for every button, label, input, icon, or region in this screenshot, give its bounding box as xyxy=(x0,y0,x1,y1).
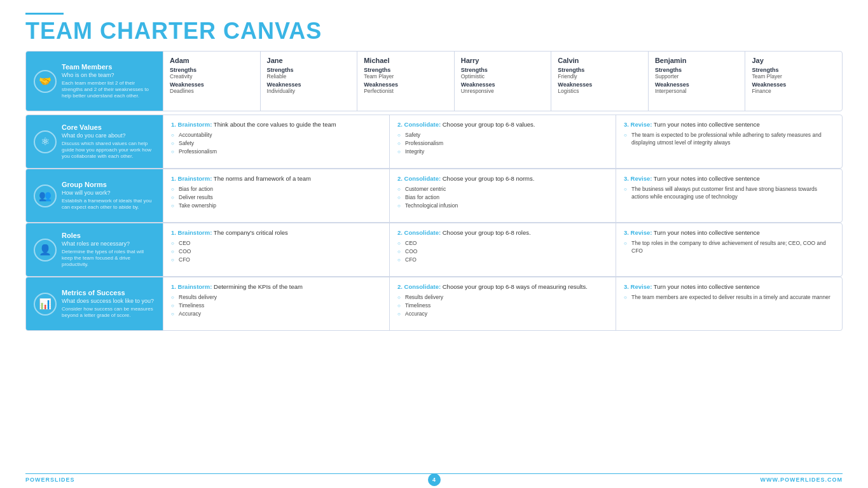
weaknesses-value: Deadlines xyxy=(170,88,254,94)
member-name: Jane xyxy=(267,57,351,64)
cell-bullets: CEOCOOCFO xyxy=(397,240,608,264)
member-cell-adam: Adam Strengths Creativity Weaknesses Dea… xyxy=(163,52,260,111)
section-cells-3: 1. Brainstorm: Determining the KPIs of t… xyxy=(163,277,842,330)
section-title-3: Metrics of Success xyxy=(62,288,155,297)
member-name: Jay xyxy=(752,57,836,64)
cell-title: 3. Revise: Turn your notes into collecti… xyxy=(624,174,834,183)
member-name: Calvin xyxy=(558,57,642,64)
strengths-label: Strengths xyxy=(461,67,545,73)
team-members-label: 🤝 Team Members Who is on the team? Each … xyxy=(26,52,163,111)
weaknesses-label: Weaknesses xyxy=(267,81,351,88)
weaknesses-value: Logistics xyxy=(558,88,642,94)
member-cell-jay: Jay Strengths Team Player Weaknesses Fin… xyxy=(745,52,842,111)
cell-title: 1. Brainstorm: Think about the core valu… xyxy=(171,120,382,129)
list-item: Timeliness xyxy=(171,302,382,310)
list-item: Professionalism xyxy=(397,140,608,148)
weaknesses-value: Interpersonal xyxy=(655,88,739,94)
weaknesses-label: Weaknesses xyxy=(170,81,254,88)
member-cell-benjamin: Benjamin Strengths Supporter Weaknesses … xyxy=(648,52,745,111)
member-name: Benjamin xyxy=(655,57,739,64)
list-item: COO xyxy=(397,248,608,256)
cell-title: 2. Consolidate: Choose your group top 6-… xyxy=(397,228,608,237)
list-item: Accuracy xyxy=(397,310,608,318)
title-accent xyxy=(25,13,64,15)
section-cell-0-1: 2. Consolidate: Choose your group top 6-… xyxy=(389,115,616,168)
strengths-value: Team Player xyxy=(364,73,448,80)
strengths-value: Team Player xyxy=(752,73,836,80)
member-cell-michael: Michael Strengths Team Player Weaknesses… xyxy=(357,52,454,111)
team-members-icon: 🤝 xyxy=(34,70,57,93)
weaknesses-label: Weaknesses xyxy=(655,81,739,88)
cell-title: 3. Revise: Turn your notes into collecti… xyxy=(624,282,834,291)
cell-title: 1. Brainstorm: Determining the KPIs of t… xyxy=(171,282,382,291)
section-cell-2-1: 2. Consolidate: Choose your group top 6-… xyxy=(389,223,616,276)
main-title: TEAM CHARTER CANVAS xyxy=(25,18,843,45)
member-name: Adam xyxy=(170,57,254,64)
section-desc-0: Discuss which shared values can help gui… xyxy=(62,141,155,160)
list-item: Bias for action xyxy=(397,194,608,202)
list-item: The team members are expected to deliver… xyxy=(624,294,834,302)
member-name: Harry xyxy=(461,57,545,64)
list-item: CEO xyxy=(171,240,382,247)
member-name: Michael xyxy=(364,57,448,64)
footer-center: 4 xyxy=(428,473,441,486)
section-icon-1: 👥 xyxy=(34,185,57,207)
section-cell-0-2: 3. Revise: Turn your notes into collecti… xyxy=(616,115,842,168)
strengths-label: Strengths xyxy=(364,67,448,73)
cell-bullets: Customer centricBias for actionTechnolog… xyxy=(397,186,608,210)
section-subtitle-0: What do you care about? xyxy=(62,132,155,139)
cell-bullets: SafetyProfessionalismIntegrity xyxy=(397,132,608,156)
strengths-label: Strengths xyxy=(752,67,836,73)
member-cell-jane: Jane Strengths Reliable Weaknesses Indiv… xyxy=(260,52,357,111)
cell-bullets: CEOCOOCFO xyxy=(171,240,382,264)
footer-right: WWW.POWERLIDES.COM xyxy=(761,477,843,483)
section-cell-1-0: 1. Brainstorm: The norms and framework o… xyxy=(163,169,389,222)
section-row-3: 📊 Metrics of Success What does success l… xyxy=(25,277,843,331)
section-label-text-0: Core Values What do you care about? Disc… xyxy=(62,123,155,160)
weaknesses-label: Weaknesses xyxy=(558,81,642,88)
cell-bullets: Bias for actionDeliver resultsTake owner… xyxy=(171,186,382,210)
list-item: Integrity xyxy=(397,148,608,156)
section-row-2: 👤 Roles What roles are necessary? Determ… xyxy=(25,223,843,277)
list-item: Take ownership xyxy=(171,202,382,210)
cell-title: 3. Revise: Turn your notes into collecti… xyxy=(624,120,834,129)
section-cells-1: 1. Brainstorm: The norms and framework o… xyxy=(163,169,842,222)
cell-title: 2. Consolidate: Choose your group top 6-… xyxy=(397,174,608,183)
section-row-1: 👥 Group Norms How will you work? Establi… xyxy=(25,169,843,223)
cell-title: 3. Revise: Turn your notes into collecti… xyxy=(624,228,834,237)
team-members-title: Team Members xyxy=(62,62,155,71)
weaknesses-label: Weaknesses xyxy=(752,81,836,88)
team-members-cells: Adam Strengths Creativity Weaknesses Dea… xyxy=(163,52,842,111)
strengths-label: Strengths xyxy=(267,67,351,73)
weaknesses-value: Unresponsive xyxy=(461,88,545,94)
weaknesses-value: Individuality xyxy=(267,88,351,94)
footer-page: 4 xyxy=(428,473,441,486)
section-cell-1-2: 3. Revise: Turn your notes into collecti… xyxy=(616,169,842,222)
section-icon-0: ⚛ xyxy=(34,130,57,153)
list-item: Safety xyxy=(397,132,608,139)
section-label-text-3: Metrics of Success What does success loo… xyxy=(62,288,155,319)
section-label-0: ⚛ Core Values What do you care about? Di… xyxy=(26,115,163,168)
section-cell-1-1: 2. Consolidate: Choose your group top 6-… xyxy=(389,169,616,222)
weaknesses-label: Weaknesses xyxy=(461,81,545,88)
section-label-text-1: Group Norms How will you work? Establish… xyxy=(62,180,155,211)
section-row-0: ⚛ Core Values What do you care about? Di… xyxy=(25,115,843,169)
list-item: COO xyxy=(171,248,382,256)
cell-bullets: AccountabilitySafetyProfessionalism xyxy=(171,132,382,156)
title-part2: CANVAS xyxy=(223,18,322,44)
list-item: CFO xyxy=(171,256,382,264)
list-item: CEO xyxy=(397,240,608,247)
list-item: Technological infusion xyxy=(397,202,608,210)
list-item: The top roles in the company to drive ac… xyxy=(624,240,834,255)
list-item: Results delivery xyxy=(397,294,608,302)
section-desc-3: Consider how success can be measures bey… xyxy=(62,306,155,319)
section-cell-2-2: 3. Revise: Turn your notes into collecti… xyxy=(616,223,842,276)
cell-bullets: The top roles in the company to drive ac… xyxy=(624,240,834,255)
weaknesses-value: Finance xyxy=(752,88,836,94)
title-bar: TEAM CHARTER CANVAS xyxy=(25,13,843,45)
strengths-value: Friendly xyxy=(558,73,642,80)
section-label-2: 👤 Roles What roles are necessary? Determ… xyxy=(26,223,163,276)
list-item: Professionalism xyxy=(171,148,382,156)
list-item: Timeliness xyxy=(397,302,608,310)
section-label-3: 📊 Metrics of Success What does success l… xyxy=(26,277,163,330)
